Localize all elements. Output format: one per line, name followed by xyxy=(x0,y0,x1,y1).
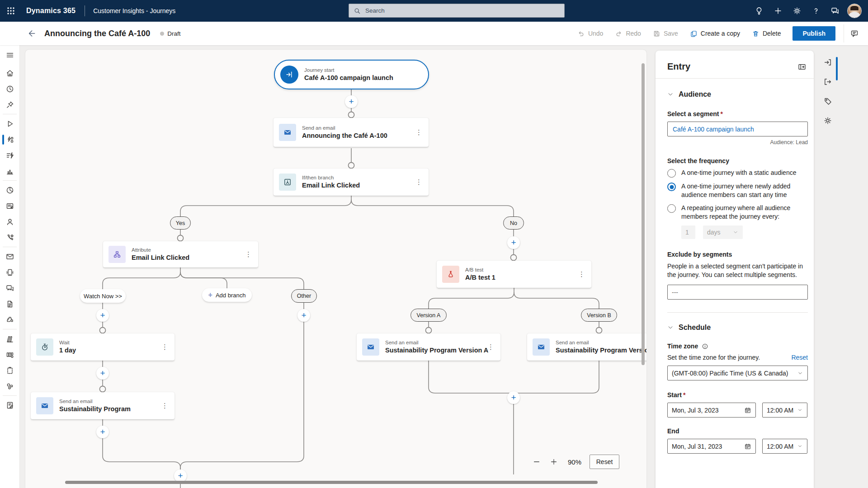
timezone-reset-link[interactable]: Reset xyxy=(791,354,808,361)
info-icon[interactable] xyxy=(702,343,708,350)
insert-step-button[interactable]: + xyxy=(345,95,358,108)
start-date-field[interactable]: Mon, Jul 3, 2023 xyxy=(667,403,756,418)
calendar-icon[interactable] xyxy=(744,443,751,450)
frequency-option-2[interactable]: A one-time journey where newly added aud… xyxy=(667,182,808,199)
search-input[interactable] xyxy=(364,7,560,14)
sidebar-item-pinned[interactable] xyxy=(0,97,19,113)
insert-step-button[interactable]: + xyxy=(174,469,187,482)
insert-step-button[interactable]: + xyxy=(507,236,520,249)
canvas-vertical-scrollbar[interactable] xyxy=(642,63,645,365)
more-options-icon[interactable]: ⋮ xyxy=(414,178,424,186)
sidebar-item-consent[interactable] xyxy=(0,198,19,214)
calendar-icon[interactable] xyxy=(744,407,751,414)
exclude-segments-field[interactable]: --- xyxy=(667,285,808,300)
open-record-icon[interactable] xyxy=(797,62,807,71)
back-button[interactable] xyxy=(26,28,36,38)
more-options-icon[interactable]: ⋮ xyxy=(160,402,170,410)
add-icon[interactable] xyxy=(769,0,788,22)
add-branch-button[interactable]: +Add branch xyxy=(202,288,252,302)
radio-button[interactable] xyxy=(667,169,676,178)
node-wait[interactable]: Wait1 day ⋮ xyxy=(31,333,175,361)
node-ab-test[interactable]: A/B testA/B test 1 ⋮ xyxy=(437,261,591,288)
more-options-icon[interactable]: ⋮ xyxy=(160,343,170,351)
timezone-dropdown[interactable]: (GMT-08:00) Pacific Time (US & Canada) xyxy=(667,366,808,380)
settings-gear-icon[interactable] xyxy=(788,0,807,22)
sidebar-item-library[interactable] xyxy=(0,331,19,347)
save-button[interactable]: Save xyxy=(653,30,678,38)
sidebar-item-emails[interactable] xyxy=(0,249,19,264)
brand-title[interactable]: Dynamics 365 xyxy=(26,7,75,15)
sidebar-item-assets[interactable] xyxy=(0,378,19,394)
sidebar-item-push-notifications[interactable] xyxy=(0,264,19,280)
node-send-email-2[interactable]: Send an emailSustainability Program ⋮ xyxy=(31,392,175,419)
sidebar-item-surveys[interactable] xyxy=(0,397,19,413)
panel-tab-settings[interactable] xyxy=(816,111,839,130)
insert-step-button[interactable]: + xyxy=(96,426,109,438)
more-options-icon[interactable]: ⋮ xyxy=(576,270,587,278)
branch-pill-watch-now[interactable]: Watch Now >> xyxy=(80,289,126,303)
sidebar-item-workflows[interactable] xyxy=(0,347,19,362)
help-icon[interactable] xyxy=(807,0,826,22)
sidebar-item-segments[interactable] xyxy=(0,182,19,198)
redo-button[interactable]: Redo xyxy=(615,30,641,38)
publish-button[interactable]: Publish xyxy=(793,26,835,41)
app-launcher-icon[interactable] xyxy=(0,0,22,22)
schedule-section-header[interactable]: Schedule xyxy=(667,324,808,332)
sidebar-item-recent[interactable] xyxy=(0,81,19,97)
chat-assist-icon[interactable] xyxy=(844,24,864,42)
node-send-email-version-a[interactable]: Send an emailSustainability Program Vers… xyxy=(357,333,500,361)
sidebar-item-analytics[interactable] xyxy=(0,163,19,179)
branch-pill-yes[interactable]: Yes xyxy=(170,216,191,230)
audience-section-header[interactable]: Audience xyxy=(667,90,808,99)
segment-field[interactable] xyxy=(667,122,808,136)
insert-step-button[interactable]: + xyxy=(96,367,109,380)
repeat-unit-dropdown[interactable]: days xyxy=(703,225,743,239)
start-time-dropdown[interactable]: 12:00 AM xyxy=(762,403,807,418)
segment-input[interactable] xyxy=(672,125,803,133)
node-ifthen-branch[interactable]: If/then branchEmail Link Clicked ⋮ xyxy=(274,169,429,196)
end-date-field[interactable]: Mon, Jul 31, 2023 xyxy=(667,439,756,454)
radio-button[interactable] xyxy=(667,204,676,213)
insert-step-button[interactable]: + xyxy=(507,391,520,404)
node-send-email-version-b[interactable]: Send an emailSustainability Program Vers… xyxy=(527,333,646,361)
sidebar-item-forms[interactable] xyxy=(0,296,19,312)
insert-step-button[interactable]: + xyxy=(96,309,109,322)
node-send-email-1[interactable]: Send an emailAnnouncing the Café A-100 ⋮ xyxy=(274,118,429,147)
more-options-icon[interactable]: ⋮ xyxy=(243,250,254,258)
branch-pill-version-a[interactable]: Version A xyxy=(410,309,447,322)
sidebar-item-channels[interactable] xyxy=(0,230,19,245)
delete-button[interactable]: Delete xyxy=(752,30,781,38)
node-attribute[interactable]: AttributeEmail Link Clicked ⋮ xyxy=(103,241,258,267)
end-time-dropdown[interactable]: 12:00 AM xyxy=(762,439,807,454)
avatar[interactable] xyxy=(847,4,862,18)
lightbulb-icon[interactable] xyxy=(750,0,769,22)
canvas-horizontal-scrollbar[interactable] xyxy=(65,481,598,484)
global-search[interactable] xyxy=(349,4,565,18)
branch-pill-no[interactable]: No xyxy=(503,216,524,230)
radio-button[interactable] xyxy=(667,183,676,191)
panel-tab-tag[interactable] xyxy=(816,91,839,111)
sidebar-item-home[interactable] xyxy=(0,65,19,81)
frequency-option-1[interactable]: A one-time journey with a static audienc… xyxy=(667,169,808,178)
sidebar-item-text-messages[interactable] xyxy=(0,280,19,296)
frequency-option-3[interactable]: A repeating journey where all audience m… xyxy=(667,204,808,221)
zoom-in-button[interactable] xyxy=(548,456,560,468)
branch-pill-other[interactable]: Other xyxy=(291,289,317,303)
sidebar-item-menu[interactable] xyxy=(0,45,19,65)
repeat-interval-field[interactable]: 1 xyxy=(681,225,695,239)
branch-pill-version-b[interactable]: Version B xyxy=(581,309,617,322)
undo-button[interactable]: Undo xyxy=(577,30,603,38)
sidebar-item-contacts[interactable] xyxy=(0,214,19,230)
create-copy-button[interactable]: Create a copy xyxy=(690,30,740,38)
feedback-icon[interactable] xyxy=(826,0,844,22)
more-options-icon[interactable]: ⋮ xyxy=(414,128,424,136)
sidebar-item-journeys[interactable] xyxy=(0,131,19,147)
insert-step-button[interactable]: + xyxy=(297,309,310,322)
app-name[interactable]: Customer Insights - Journeys xyxy=(93,7,175,14)
sidebar-item-triggers[interactable] xyxy=(0,147,19,163)
zoom-reset-button[interactable]: Reset xyxy=(590,455,619,469)
more-options-icon[interactable]: ⋮ xyxy=(486,343,496,351)
node-journey-start[interactable]: Journey start Café A-100 campaign launch xyxy=(274,60,429,89)
zoom-out-button[interactable] xyxy=(531,456,542,468)
journey-designer-canvas[interactable]: Journey start Café A-100 campaign launch… xyxy=(25,50,646,488)
